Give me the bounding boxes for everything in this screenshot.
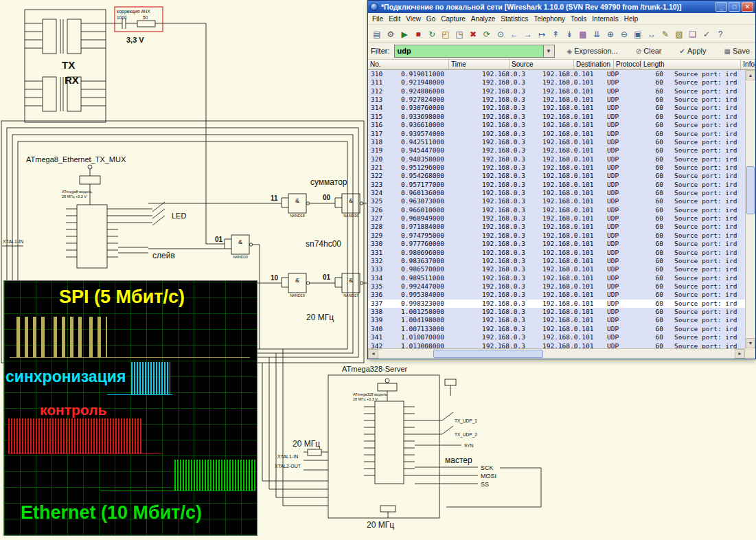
bit-label-10: 10 (271, 274, 279, 282)
apply-button[interactable]: ✔ Apply (677, 45, 709, 56)
vertical-scrollbar[interactable]: ▲ ▼ (745, 70, 755, 348)
go-forward-icon[interactable]: → (521, 27, 535, 41)
packet-row[interactable]: 332 0.983637000 192.168.0.3 192.168.0.10… (368, 257, 745, 265)
col-source[interactable]: Source (509, 60, 574, 69)
packet-row[interactable]: 312 0.924886000 192.168.0.3 192.168.0.10… (368, 87, 745, 95)
capture-restart-icon[interactable]: ↻ (425, 27, 439, 41)
autoscroll-icon[interactable]: ⇊ (590, 27, 604, 41)
packet-row[interactable]: 331 0.980696000 192.168.0.3 192.168.0.10… (368, 249, 745, 257)
cell-length: 60 (644, 214, 672, 223)
capture-options-icon[interactable]: ⚙ (384, 27, 398, 41)
zoom-out-icon[interactable]: ⊖ (617, 27, 631, 41)
menu-analyze[interactable]: Analyze (468, 14, 499, 23)
coloring-rules-icon[interactable]: ❏ (686, 27, 700, 41)
packet-row[interactable]: 320 0.948358000 192.168.0.3 192.168.0.10… (368, 155, 745, 164)
col-protocol[interactable]: Protocol (614, 60, 641, 69)
menu-tools[interactable]: Tools (568, 14, 589, 23)
vertical-scroll-thumb[interactable] (746, 166, 755, 214)
scroll-down-arrow-icon[interactable]: ▼ (746, 338, 755, 348)
packet-row[interactable]: 324 0.960136000 192.168.0.3 192.168.0.10… (368, 189, 745, 197)
packet-row[interactable]: 339 1.004198000 192.168.0.3 192.168.0.10… (368, 316, 745, 324)
packet-row[interactable]: 341 1.010070000 192.168.0.3 192.168.0.10… (368, 333, 745, 341)
packet-row[interactable]: 322 0.954268000 192.168.0.3 192.168.0.10… (368, 172, 745, 180)
packet-row[interactable]: 317 0.939574000 192.168.0.3 192.168.0.10… (368, 130, 745, 138)
go-first-icon[interactable]: ↟ (549, 27, 562, 41)
capture-filters-icon[interactable]: ✎ (658, 27, 672, 41)
zoom-reset-icon[interactable]: ▣ (631, 27, 645, 41)
col-destination[interactable]: Destination (574, 60, 614, 69)
resize-columns-icon[interactable]: ↔ (645, 27, 658, 41)
clear-button[interactable]: ⊘ Clear (633, 45, 665, 56)
cell-info: Source port: ird (672, 291, 745, 299)
scroll-right-arrow-icon[interactable]: ► (735, 349, 745, 359)
cell-length: 60 (644, 104, 672, 112)
menu-telephony[interactable]: Telephony (531, 14, 568, 23)
packet-row[interactable]: 338 1.001258000 192.168.0.3 192.168.0.10… (368, 308, 745, 316)
menu-capture[interactable]: Capture (438, 14, 468, 23)
capture-stop-icon[interactable]: ■ (411, 27, 425, 41)
expression-button[interactable]: ◈ Expression... (564, 45, 621, 56)
packet-row[interactable]: 311 0.921948000 192.168.0.3 192.168.0.10… (368, 78, 745, 87)
packet-row[interactable]: 334 0.989511000 192.168.0.3 192.168.0.10… (368, 274, 745, 282)
packet-row[interactable]: 321 0.951296000 192.168.0.3 192.168.0.10… (368, 164, 745, 172)
packet-row[interactable]: 327 0.968949000 192.168.0.3 192.168.0.10… (368, 214, 745, 223)
filter-input[interactable]: udp ▼ (394, 45, 555, 58)
packet-row[interactable]: 342 1.013008000 192.168.0.3 192.168.0.10… (368, 342, 745, 349)
packet-row[interactable]: 340 1.007133000 192.168.0.3 192.168.0.10… (368, 325, 745, 333)
maximize-button[interactable]: □ (729, 2, 740, 12)
packet-row[interactable]: 329 0.974795000 192.168.0.3 192.168.0.10… (368, 232, 745, 240)
horizontal-scrollbar[interactable]: ◄ ► (368, 348, 745, 359)
zoom-in-icon[interactable]: ⊕ (604, 27, 617, 41)
col-info[interactable]: Info (741, 60, 755, 69)
col-length[interactable]: Length (641, 60, 741, 69)
go-last-icon[interactable]: ↡ (562, 27, 576, 41)
save-capture-icon[interactable]: ◳ (453, 27, 466, 41)
col-time[interactable]: Time (449, 60, 509, 69)
horizontal-scroll-thumb[interactable] (433, 350, 543, 358)
menu-view[interactable]: View (403, 14, 424, 23)
cell-destination: 192.168.0.101 (540, 70, 604, 78)
packet-row[interactable]: 316 0.936610000 192.168.0.3 192.168.0.10… (368, 121, 745, 129)
packet-row[interactable]: 335 0.992447000 192.168.0.3 192.168.0.10… (368, 282, 745, 291)
packet-row[interactable]: 337 0.998323000 192.168.0.3 192.168.0.10… (368, 300, 745, 308)
close-button[interactable]: ✕ (742, 2, 753, 12)
reload-capture-icon[interactable]: ⟳ (480, 27, 494, 41)
scroll-left-arrow-icon[interactable]: ◄ (368, 349, 378, 359)
display-filters-icon[interactable]: ▧ (672, 27, 686, 41)
preferences-icon[interactable]: ✓ (700, 27, 713, 41)
packet-row[interactable]: 328 0.971884000 192.168.0.3 192.168.0.10… (368, 223, 745, 231)
packet-row[interactable]: 323 0.957177000 192.168.0.3 192.168.0.10… (368, 181, 745, 189)
filter-dropdown-arrow-icon[interactable]: ▼ (543, 45, 554, 57)
capture-start-icon[interactable]: ▶ (398, 27, 411, 41)
packet-row[interactable]: 330 0.977760000 192.168.0.3 192.168.0.10… (368, 240, 745, 248)
titlebar[interactable]: *Подключение по локальной сети [Wireshar… (368, 1, 755, 13)
col-no[interactable]: No. (368, 60, 449, 69)
packet-row[interactable]: 313 0.927824000 192.168.0.3 192.168.0.10… (368, 95, 745, 104)
menu-help[interactable]: Help (621, 14, 641, 23)
minimize-button[interactable]: _ (715, 2, 727, 12)
packet-row[interactable]: 315 0.933698000 192.168.0.3 192.168.0.10… (368, 113, 745, 121)
packet-row[interactable]: 319 0.945447000 192.168.0.3 192.168.0.10… (368, 146, 745, 155)
packet-row[interactable]: 325 0.963073000 192.168.0.3 192.168.0.10… (368, 197, 745, 205)
menu-go[interactable]: Go (424, 14, 438, 23)
packet-row[interactable]: 314 0.930760000 192.168.0.3 192.168.0.10… (368, 104, 745, 112)
packet-row[interactable]: 310 0.919011000 192.168.0.3 192.168.0.10… (368, 70, 745, 78)
go-back-icon[interactable]: ← (507, 27, 521, 41)
save-button[interactable]: ▦ Save (721, 45, 753, 56)
find-packet-icon[interactable]: ⊙ (494, 27, 507, 41)
colorize-icon[interactable]: ▩ (576, 27, 590, 41)
menu-statistics[interactable]: Statistics (498, 14, 531, 23)
open-capture-icon[interactable]: ◰ (439, 27, 453, 41)
menu-edit[interactable]: Edit (386, 14, 403, 23)
close-capture-icon[interactable]: ✖ (466, 27, 480, 41)
menu-internals[interactable]: Internals (589, 14, 621, 23)
scroll-up-arrow-icon[interactable]: ▲ (746, 70, 755, 80)
capture-interfaces-icon[interactable]: ▤ (370, 27, 384, 41)
go-to-packet-icon[interactable]: ↦ (535, 27, 549, 41)
packet-row[interactable]: 333 0.986570000 192.168.0.3 192.168.0.10… (368, 265, 745, 273)
packet-row[interactable]: 326 0.966010000 192.168.0.3 192.168.0.10… (368, 206, 745, 214)
menu-file[interactable]: File (369, 14, 386, 23)
packet-row[interactable]: 336 0.995384000 192.168.0.3 192.168.0.10… (368, 291, 745, 299)
packet-row[interactable]: 318 0.942511000 192.168.0.3 192.168.0.10… (368, 138, 745, 146)
help-icon[interactable]: ? (713, 27, 727, 41)
